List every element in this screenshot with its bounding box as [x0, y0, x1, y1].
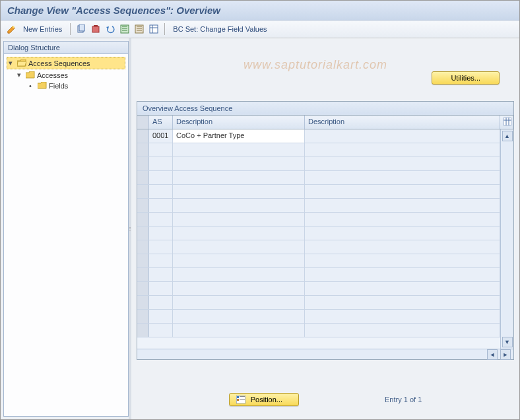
- delete-icon[interactable]: [90, 24, 101, 34]
- separator: [164, 23, 165, 35]
- table-row-empty[interactable]: [137, 171, 500, 185]
- undo-icon[interactable]: [105, 24, 115, 34]
- cell-description-1[interactable]: CoCo + Partner Type: [173, 129, 305, 143]
- grid-horizontal-scroll: ◄ ►: [137, 349, 513, 359]
- leaf-bullet-icon: •: [29, 82, 36, 90]
- table-row[interactable]: 0001 CoCo + Partner Type: [137, 129, 500, 143]
- grid-vertical-scroll: ▲ ▼: [500, 129, 513, 349]
- collapse-icon[interactable]: ▾: [17, 71, 24, 79]
- folder-open-icon: [17, 59, 26, 67]
- table-row-empty[interactable]: [137, 268, 500, 282]
- table-row-empty[interactable]: [137, 282, 500, 296]
- change-display-icon[interactable]: [6, 24, 16, 34]
- entry-counter: Entry 1 of 1: [385, 396, 422, 403]
- table-row-empty[interactable]: [137, 227, 500, 240]
- folder-icon: [26, 71, 35, 79]
- tree-label: Fields: [49, 82, 68, 90]
- position-label: Position...: [251, 396, 282, 403]
- separator: [70, 23, 71, 35]
- tree-label: Access Sequences: [28, 59, 90, 67]
- scroll-left-icon[interactable]: ◄: [487, 349, 498, 360]
- svg-rect-4: [94, 25, 98, 26]
- table-row-empty[interactable]: [137, 213, 500, 227]
- tree: ▾ Access Sequences ▾ Accesses •: [4, 54, 128, 416]
- table-row-empty[interactable]: [137, 254, 500, 268]
- svg-rect-11: [240, 396, 245, 397]
- svg-rect-3: [92, 26, 99, 32]
- scroll-down-icon[interactable]: ▼: [502, 337, 513, 347]
- table-row-empty[interactable]: [137, 185, 500, 199]
- cell-description-2[interactable]: [305, 129, 500, 143]
- position-button[interactable]: Position...: [229, 393, 299, 406]
- overview-grid: Overview Access Sequence AS Description …: [137, 101, 514, 360]
- tree-node-accesses[interactable]: ▾ Accesses: [5, 69, 127, 81]
- svg-rect-7: [150, 25, 158, 33]
- folder-icon: [38, 82, 47, 90]
- table-row-empty[interactable]: [137, 240, 500, 254]
- grid-header-row: AS Description Description: [137, 116, 513, 129]
- configure-columns-icon[interactable]: [500, 116, 513, 129]
- bc-set-button[interactable]: BC Set: Change Field Values: [170, 24, 269, 34]
- svg-rect-10: [237, 396, 239, 398]
- column-header-description-2[interactable]: Description: [305, 116, 500, 129]
- select-all-column-header[interactable]: [137, 116, 149, 129]
- tree-node-fields[interactable]: • Fields: [5, 81, 127, 91]
- svg-rect-8: [504, 118, 511, 125]
- sidebar-header: Dialog Structure: [4, 42, 128, 54]
- new-entries-button[interactable]: New Entries: [20, 24, 65, 34]
- tree-label: Accesses: [37, 71, 68, 79]
- table-row-empty[interactable]: [137, 199, 500, 213]
- table-row-empty[interactable]: [137, 143, 500, 157]
- svg-rect-12: [237, 399, 239, 401]
- position-icon: [236, 396, 245, 403]
- row-selector[interactable]: [137, 129, 149, 143]
- copy-as-icon[interactable]: [76, 24, 86, 34]
- grid-body: 0001 CoCo + Partner Type: [137, 129, 513, 349]
- table-row-empty[interactable]: [137, 157, 500, 171]
- table-row-empty[interactable]: [137, 324, 500, 337]
- utilities-button[interactable]: Utilities...: [432, 71, 500, 85]
- watermark-text: www.saptutorialkart.com: [244, 58, 387, 72]
- tree-node-access-sequences[interactable]: ▾ Access Sequences: [7, 57, 125, 69]
- column-header-as[interactable]: AS: [149, 116, 173, 129]
- dialog-structure-panel: Dialog Structure ▾ Access Sequences ▾ Ac…: [3, 41, 129, 417]
- main-panel: www.saptutorialkart.com Utilities... Ove…: [131, 38, 519, 419]
- table-row-empty[interactable]: [137, 296, 500, 310]
- svg-rect-13: [240, 399, 245, 400]
- content-area: Dialog Structure ▾ Access Sequences ▾ Ac…: [1, 38, 519, 419]
- grid-title: Overview Access Sequence: [137, 102, 513, 116]
- bottom-bar: Position... Entry 1 of 1: [131, 393, 519, 406]
- collapse-icon[interactable]: ▾: [9, 59, 15, 67]
- table-settings-icon[interactable]: [148, 24, 159, 34]
- page-title: Change View "Access Sequences": Overview: [1, 1, 519, 20]
- scroll-right-icon[interactable]: ►: [500, 349, 511, 360]
- select-all-icon[interactable]: [119, 24, 130, 34]
- deselect-all-icon[interactable]: [134, 24, 145, 34]
- svg-point-0: [12, 26, 14, 28]
- svg-rect-2: [79, 24, 84, 31]
- cell-as[interactable]: 0001: [149, 129, 173, 143]
- scroll-up-icon[interactable]: ▲: [502, 131, 513, 141]
- table-row-empty[interactable]: [137, 310, 500, 324]
- application-toolbar: New Entries BC Set: Change Field Values: [1, 20, 519, 38]
- column-header-description-1[interactable]: Description: [173, 116, 305, 129]
- grid-rows: 0001 CoCo + Partner Type: [137, 129, 500, 349]
